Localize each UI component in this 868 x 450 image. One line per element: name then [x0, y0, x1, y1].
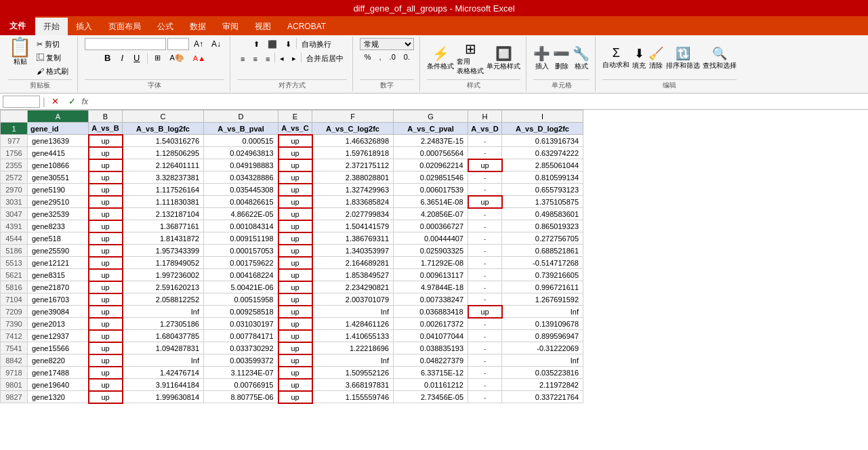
fill-color-button[interactable]: A🎨: [166, 52, 187, 64]
border-button[interactable]: ⊞: [151, 52, 164, 64]
a-vs-d-cell[interactable]: -: [468, 220, 502, 232]
a-vs-b-log2fc-cell[interactable]: 2.132187104: [123, 208, 204, 220]
a-vs-d-cell[interactable]: up: [468, 159, 502, 171]
cut-button[interactable]: ✂ 剪切: [33, 38, 72, 51]
a-vs-b-cell[interactable]: up: [89, 354, 123, 367]
a-vs-d-cell[interactable]: -: [468, 391, 502, 403]
a-vs-b-cell[interactable]: up: [89, 257, 123, 269]
a-vs-c-log2fc-cell[interactable]: 1.597618918: [312, 147, 394, 159]
percent-button[interactable]: %: [361, 52, 375, 62]
header-a-vs-b[interactable]: A_vs_B: [89, 123, 123, 135]
a-vs-c-log2fc-cell[interactable]: 1.428461126: [312, 318, 394, 330]
col-header-i[interactable]: I: [502, 110, 583, 123]
a-vs-c-cell[interactable]: up: [278, 184, 312, 196]
a-vs-b-log2fc-cell[interactable]: 1.178949052: [123, 257, 204, 269]
a-vs-c-pval-cell[interactable]: 0.009613117: [394, 269, 468, 281]
cancel-formula-button[interactable]: ✕: [48, 95, 62, 108]
a-vs-c-cell[interactable]: up: [278, 354, 312, 367]
a-vs-d-log2fc-cell[interactable]: 2.855061044: [502, 159, 583, 171]
header-a-vs-c-pval[interactable]: A_vs_C_pval: [394, 123, 468, 135]
header-a-vs-b-log2fc[interactable]: A_vs_B_log2fc: [123, 123, 204, 135]
a-vs-c-pval-cell[interactable]: 0.00444407: [394, 232, 468, 245]
a-vs-b-pval-cell[interactable]: 0.049198883: [204, 159, 278, 171]
gene-id-cell[interactable]: gene13639: [28, 135, 89, 147]
a-vs-c-cell[interactable]: up: [278, 306, 312, 318]
a-vs-d-cell[interactable]: -: [468, 293, 502, 306]
a-vs-d-cell[interactable]: -: [468, 208, 502, 220]
a-vs-d-log2fc-cell[interactable]: 1.375105875: [502, 196, 583, 208]
table-format-button[interactable]: ⊞ 套用表格格式: [457, 41, 484, 76]
a-vs-b-pval-cell[interactable]: 0.001759622: [204, 257, 278, 269]
font-size-input[interactable]: 11: [167, 38, 189, 50]
a-vs-c-log2fc-cell[interactable]: 1.340353997: [312, 245, 394, 257]
wrap-text-button[interactable]: 自动换行: [298, 38, 335, 51]
a-vs-d-log2fc-cell[interactable]: 0.035223816: [502, 367, 583, 379]
a-vs-b-cell[interactable]: up: [89, 379, 123, 391]
a-vs-c-pval-cell[interactable]: 0.038835193: [394, 342, 468, 354]
a-vs-c-cell[interactable]: up: [278, 147, 312, 159]
a-vs-c-pval-cell[interactable]: 0.006017539: [394, 184, 468, 196]
a-vs-c-pval-cell[interactable]: 4.97844E-18: [394, 281, 468, 293]
a-vs-c-cell[interactable]: up: [278, 281, 312, 293]
a-vs-c-log2fc-cell[interactable]: 2.372175112: [312, 159, 394, 171]
a-vs-b-pval-cell[interactable]: 0.035445308: [204, 184, 278, 196]
tab-acrobat[interactable]: ACROBAT: [279, 18, 334, 35]
gene-id-cell[interactable]: gene25590: [28, 245, 89, 257]
a-vs-b-cell[interactable]: up: [89, 159, 123, 171]
col-header-g[interactable]: G: [394, 110, 468, 123]
header-a-vs-c[interactable]: A_vs_C: [278, 123, 312, 135]
gene-id-cell[interactable]: gene30551: [28, 171, 89, 184]
confirm-formula-button[interactable]: ✓: [65, 95, 79, 108]
a-vs-d-log2fc-cell[interactable]: -0.31222069: [502, 342, 583, 354]
align-top-button[interactable]: ⬆: [250, 38, 263, 51]
a-vs-d-cell[interactable]: -: [468, 147, 502, 159]
a-vs-c-pval-cell[interactable]: 0.048227379: [394, 354, 468, 367]
a-vs-c-log2fc-cell[interactable]: Inf: [312, 306, 394, 318]
tab-view[interactable]: 视图: [247, 18, 279, 35]
find-select-button[interactable]: 🔍 查找和选择: [703, 46, 737, 70]
a-vs-d-log2fc-cell[interactable]: -0.514717268: [502, 257, 583, 269]
a-vs-d-log2fc-cell[interactable]: 0.996721611: [502, 281, 583, 293]
a-vs-d-log2fc-cell[interactable]: 0.688521861: [502, 245, 583, 257]
a-vs-b-pval-cell[interactable]: 0.024963813: [204, 147, 278, 159]
format-painter-button[interactable]: 🖌 格式刷: [33, 65, 72, 78]
a-vs-d-log2fc-cell[interactable]: 0.655793123: [502, 184, 583, 196]
a-vs-b-pval-cell[interactable]: 0.009151198: [204, 232, 278, 245]
tab-insert[interactable]: 插入: [68, 18, 100, 35]
a-vs-b-log2fc-cell[interactable]: 1.117526164: [123, 184, 204, 196]
indent-more-button[interactable]: ▸: [289, 52, 299, 65]
a-vs-c-log2fc-cell[interactable]: 3.668197831: [312, 379, 394, 391]
a-vs-c-log2fc-cell[interactable]: 2.027799834: [312, 208, 394, 220]
a-vs-b-pval-cell[interactable]: 0.031030197: [204, 318, 278, 330]
a-vs-b-pval-cell[interactable]: 0.007784171: [204, 330, 278, 342]
decimal-increase-button[interactable]: .0: [386, 52, 399, 62]
a-vs-b-log2fc-cell[interactable]: 1.27305186: [123, 318, 204, 330]
a-vs-d-log2fc-cell[interactable]: 0.337221764: [502, 391, 583, 403]
a-vs-b-pval-cell[interactable]: 0.009258518: [204, 306, 278, 318]
align-middle-button[interactable]: ⬛: [264, 38, 281, 51]
a-vs-d-cell[interactable]: -: [468, 184, 502, 196]
gene-id-cell[interactable]: gene39084: [28, 306, 89, 318]
a-vs-c-pval-cell[interactable]: 0.002617372: [394, 318, 468, 330]
a-vs-b-pval-cell[interactable]: 0.00515958: [204, 293, 278, 306]
a-vs-b-pval-cell[interactable]: 8.80775E-06: [204, 391, 278, 403]
col-header-c[interactable]: C: [123, 110, 204, 123]
a-vs-c-log2fc-cell[interactable]: 1.466326898: [312, 135, 394, 147]
a-vs-d-cell[interactable]: -: [468, 281, 502, 293]
a-vs-b-pval-cell[interactable]: 0.034328886: [204, 171, 278, 184]
a-vs-d-cell[interactable]: -: [468, 330, 502, 342]
a-vs-b-cell[interactable]: up: [89, 208, 123, 220]
a-vs-c-log2fc-cell[interactable]: 1.327429963: [312, 184, 394, 196]
gene-id-cell[interactable]: gene32539: [28, 208, 89, 220]
a-vs-c-pval-cell[interactable]: 0.041077044: [394, 330, 468, 342]
a-vs-b-cell[interactable]: up: [89, 135, 123, 147]
a-vs-c-cell[interactable]: up: [278, 208, 312, 220]
a-vs-d-cell[interactable]: -: [468, 171, 502, 184]
a-vs-b-log2fc-cell[interactable]: Inf: [123, 306, 204, 318]
conditional-format-button[interactable]: ⚡ 条件格式: [427, 45, 454, 71]
header-a-vs-d-log2fc[interactable]: A_vs_D_log2fc: [502, 123, 583, 135]
a-vs-c-cell[interactable]: up: [278, 135, 312, 147]
header-a-vs-d[interactable]: A_vs_D: [468, 123, 502, 135]
a-vs-b-log2fc-cell[interactable]: 1.957343399: [123, 245, 204, 257]
a-vs-c-cell[interactable]: up: [278, 220, 312, 232]
